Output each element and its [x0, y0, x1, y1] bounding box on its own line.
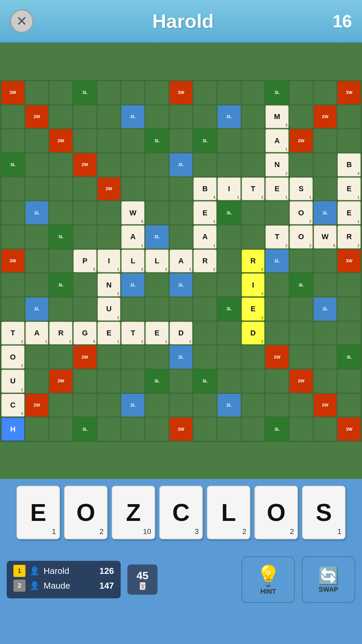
cell-9-14[interactable]: [338, 298, 361, 321]
cell-4-12[interactable]: S1: [290, 177, 313, 201]
cell-3-12[interactable]: [290, 153, 313, 176]
cell-7-4[interactable]: I1: [98, 250, 121, 273]
cell-11-2[interactable]: [49, 345, 72, 369]
cell-6-11[interactable]: T2: [265, 225, 289, 249]
cell-5-11[interactable]: [265, 201, 289, 224]
cell-0-8[interactable]: [193, 81, 217, 104]
cell-7-6[interactable]: L2: [145, 250, 169, 273]
cell-2-6[interactable]: 3L: [145, 129, 169, 152]
cell-4-3[interactable]: [73, 177, 97, 201]
cell-10-4[interactable]: E1: [98, 322, 121, 345]
cell-12-8[interactable]: 3L: [193, 370, 217, 393]
cell-5-5[interactable]: W5: [121, 201, 144, 224]
cell-6-12[interactable]: O2: [290, 225, 313, 249]
cell-1-8[interactable]: [193, 105, 217, 128]
cell-6-7[interactable]: [170, 225, 193, 249]
cell-0-4[interactable]: [98, 81, 121, 104]
cell-2-2[interactable]: 2W: [49, 129, 72, 152]
cell-2-5[interactable]: [121, 129, 144, 152]
cell-13-9[interactable]: 2L: [218, 394, 241, 417]
cell-14-0[interactable]: H: [1, 418, 24, 441]
cell-10-0[interactable]: T2: [1, 322, 24, 345]
cell-7-2[interactable]: [49, 250, 72, 273]
cell-12-12[interactable]: 2W: [290, 370, 313, 393]
cell-8-7[interactable]: 2L: [170, 273, 193, 297]
cell-1-6[interactable]: [145, 105, 169, 128]
cell-7-11[interactable]: 2L: [265, 250, 289, 273]
cell-5-12[interactable]: O2: [290, 201, 313, 224]
cell-14-5[interactable]: [121, 418, 144, 441]
cell-13-6[interactable]: [145, 394, 169, 417]
cell-4-7[interactable]: [170, 177, 193, 201]
cell-9-2[interactable]: [49, 298, 72, 321]
cell-9-13[interactable]: 2L: [314, 298, 337, 321]
cell-9-7[interactable]: [170, 298, 193, 321]
cell-14-12[interactable]: [290, 418, 313, 441]
cell-13-7[interactable]: [170, 394, 193, 417]
cell-4-1[interactable]: [25, 177, 49, 201]
cell-10-12[interactable]: [290, 322, 313, 345]
cell-2-8[interactable]: 3L: [193, 129, 217, 152]
cell-1-13[interactable]: 2W: [314, 105, 337, 128]
cell-12-2[interactable]: 2W: [49, 370, 72, 393]
cell-14-6[interactable]: [145, 418, 169, 441]
cell-0-12[interactable]: [290, 81, 313, 104]
cell-11-14[interactable]: 3L: [338, 345, 361, 369]
cell-12-9[interactable]: [218, 370, 241, 393]
cell-3-6[interactable]: [145, 153, 169, 176]
cell-10-14[interactable]: [338, 322, 361, 345]
cell-5-13[interactable]: 2L: [314, 201, 337, 224]
cell-2-1[interactable]: [25, 129, 49, 152]
cell-12-11[interactable]: [265, 370, 289, 393]
cell-8-9[interactable]: [218, 273, 241, 297]
cell-4-13[interactable]: [314, 177, 337, 201]
cell-13-12[interactable]: [290, 394, 313, 417]
cell-11-3[interactable]: 2W: [73, 345, 97, 369]
cell-8-1[interactable]: [25, 273, 49, 297]
cell-11-13[interactable]: [314, 345, 337, 369]
cell-4-10[interactable]: T2: [242, 177, 265, 201]
rack-tile-2[interactable]: Z 10: [112, 486, 155, 539]
cell-8-0[interactable]: [1, 273, 24, 297]
cell-6-14[interactable]: R2: [338, 225, 361, 249]
cell-13-5[interactable]: 2L: [121, 394, 144, 417]
cell-0-2[interactable]: [49, 81, 72, 104]
cell-5-8[interactable]: E1: [193, 201, 217, 224]
cell-2-11[interactable]: A1: [265, 129, 289, 152]
cell-2-13[interactable]: [314, 129, 337, 152]
rack-tile-5[interactable]: O 2: [254, 486, 298, 539]
cell-5-2[interactable]: [49, 201, 72, 224]
cell-10-2[interactable]: R2: [49, 322, 72, 345]
cell-8-14[interactable]: [338, 273, 361, 297]
cell-8-8[interactable]: [193, 273, 217, 297]
cell-1-2[interactable]: [49, 105, 72, 128]
cell-8-10[interactable]: I1: [242, 273, 265, 297]
cell-11-4[interactable]: [98, 345, 121, 369]
cell-13-8[interactable]: [193, 394, 217, 417]
cell-1-10[interactable]: [242, 105, 265, 128]
cell-5-9[interactable]: 3L: [218, 201, 241, 224]
cell-7-1[interactable]: [25, 250, 49, 273]
cell-1-5[interactable]: 2L: [121, 105, 144, 128]
cell-4-5[interactable]: [121, 177, 144, 201]
cell-9-5[interactable]: [121, 298, 144, 321]
cell-4-6[interactable]: [145, 177, 169, 201]
cell-9-12[interactable]: [290, 298, 313, 321]
cell-7-13[interactable]: [314, 250, 337, 273]
cell-9-10[interactable]: E1: [242, 298, 265, 321]
cell-4-2[interactable]: [49, 177, 72, 201]
cell-4-0[interactable]: [1, 177, 24, 201]
hint-button[interactable]: 💡 HINT: [241, 556, 295, 603]
cell-14-2[interactable]: [49, 418, 72, 441]
cell-1-3[interactable]: [73, 105, 97, 128]
cell-10-3[interactable]: G3: [73, 322, 97, 345]
cell-5-1[interactable]: 2L: [25, 201, 49, 224]
cell-3-2[interactable]: [49, 153, 72, 176]
cell-12-0[interactable]: U2: [1, 370, 24, 393]
cell-9-1[interactable]: 2L: [25, 298, 49, 321]
cell-11-0[interactable]: O2: [1, 345, 24, 369]
cell-3-9[interactable]: [218, 153, 241, 176]
cell-13-3[interactable]: [73, 394, 97, 417]
cell-11-6[interactable]: [145, 345, 169, 369]
cell-1-14[interactable]: [338, 105, 361, 128]
